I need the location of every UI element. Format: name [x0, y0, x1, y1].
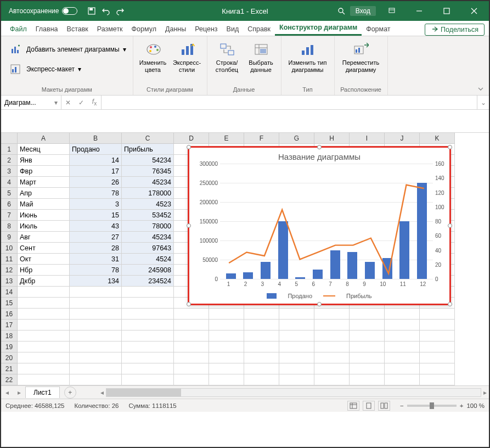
- cell[interactable]: [174, 309, 209, 320]
- cell[interactable]: 28: [70, 243, 122, 254]
- cell[interactable]: [314, 320, 350, 331]
- cell[interactable]: [70, 352, 122, 363]
- cell[interactable]: 45234: [122, 232, 174, 243]
- zoom-out-button[interactable]: −: [400, 402, 404, 409]
- cell[interactable]: [279, 352, 314, 363]
- cell[interactable]: 43: [70, 221, 122, 232]
- cell[interactable]: 245908: [122, 265, 174, 276]
- zoom-slider[interactable]: [407, 405, 457, 407]
- resize-handle[interactable]: [187, 302, 191, 306]
- horizontal-scrollbar[interactable]: ◂ ▸: [98, 388, 489, 397]
- maximize-icon[interactable]: [435, 1, 458, 21]
- zoom-level[interactable]: 100 %: [466, 402, 485, 409]
- cell[interactable]: 45234: [122, 177, 174, 188]
- formula-input[interactable]: [102, 96, 477, 109]
- col-header[interactable]: J: [385, 133, 420, 144]
- col-header[interactable]: H: [314, 133, 350, 144]
- row-header[interactable]: 7: [1, 210, 18, 221]
- col-header[interactable]: C: [122, 133, 174, 144]
- cell[interactable]: [350, 320, 385, 331]
- collapse-ribbon-icon[interactable]: [477, 85, 485, 93]
- cell[interactable]: [385, 374, 420, 385]
- minimize-icon[interactable]: [408, 1, 431, 21]
- name-box[interactable]: Диаграм... ▾: [1, 96, 61, 109]
- move-chart-button[interactable]: Переместить диаграмму: [339, 38, 383, 73]
- add-chart-element-button[interactable]: Добавить элемент диаграммы ▾: [5, 41, 128, 58]
- cell[interactable]: Сент: [18, 243, 70, 254]
- cell[interactable]: 76345: [122, 166, 174, 177]
- cell[interactable]: [18, 374, 70, 385]
- cell[interactable]: [279, 374, 314, 385]
- col-header[interactable]: G: [279, 133, 314, 144]
- cell[interactable]: 26: [70, 177, 122, 188]
- cell[interactable]: 14: [70, 155, 122, 166]
- resize-handle[interactable]: [317, 145, 322, 149]
- chart-plot-area[interactable]: 050000100000150000200000250000300000 020…: [220, 164, 433, 279]
- row-header[interactable]: 18: [1, 331, 18, 341]
- cell[interactable]: [314, 363, 350, 374]
- row-header[interactable]: 5: [1, 188, 18, 199]
- tab-insert[interactable]: Вставк: [63, 23, 93, 36]
- row-header[interactable]: 20: [1, 352, 18, 363]
- cell[interactable]: Дкбр: [18, 276, 70, 287]
- cell[interactable]: [18, 298, 70, 309]
- toggle-icon[interactable]: [62, 7, 77, 15]
- chart-legend[interactable]: Продано Прибыль: [189, 293, 449, 299]
- tab-home[interactable]: Главна: [31, 23, 63, 36]
- row-header[interactable]: 16: [1, 309, 18, 320]
- cell[interactable]: [314, 352, 350, 363]
- sheet-nav-next-icon[interactable]: ▸: [13, 389, 25, 396]
- col-header[interactable]: A: [18, 133, 70, 144]
- cell[interactable]: [314, 331, 350, 341]
- spreadsheet-grid[interactable]: A B C D E F G H I J K 1 Месяц Продано Пр…: [1, 133, 489, 385]
- cell[interactable]: [314, 374, 350, 385]
- row-header[interactable]: 2: [1, 155, 18, 166]
- tab-file[interactable]: Файл: [5, 23, 31, 36]
- tab-review[interactable]: Реценз: [190, 23, 222, 36]
- col-header[interactable]: D: [174, 133, 209, 144]
- search-icon[interactable]: [337, 7, 346, 15]
- tab-help[interactable]: Справк: [243, 23, 275, 36]
- cell[interactable]: [18, 352, 70, 363]
- cell[interactable]: [350, 374, 385, 385]
- cell[interactable]: Месяц: [18, 144, 70, 155]
- cell[interactable]: Нбр: [18, 265, 70, 276]
- row-header[interactable]: 3: [1, 166, 18, 177]
- tab-view[interactable]: Вид: [222, 23, 244, 36]
- col-header[interactable]: F: [244, 133, 279, 144]
- cell[interactable]: [244, 309, 279, 320]
- expand-formula-icon[interactable]: ⌄: [477, 96, 489, 109]
- cell[interactable]: [209, 309, 244, 320]
- fx-icon[interactable]: fx: [88, 98, 101, 107]
- cell[interactable]: [70, 298, 122, 309]
- col-header[interactable]: K: [420, 133, 455, 144]
- chart-styles-button[interactable]: Экспресс-стили: [172, 38, 202, 73]
- cell[interactable]: 97643: [122, 243, 174, 254]
- row-header[interactable]: 17: [1, 320, 18, 331]
- signin-button[interactable]: Вход: [350, 6, 376, 16]
- cell[interactable]: [70, 374, 122, 385]
- cell[interactable]: 27: [70, 232, 122, 243]
- cell[interactable]: [244, 352, 279, 363]
- resize-handle[interactable]: [448, 145, 452, 149]
- cell[interactable]: [209, 331, 244, 341]
- select-data-button[interactable]: Выбрать данные: [246, 38, 277, 73]
- cell[interactable]: [174, 374, 209, 385]
- cell[interactable]: [122, 341, 174, 352]
- sheet-tab[interactable]: Лист1: [25, 387, 60, 398]
- cell[interactable]: [174, 331, 209, 341]
- cell[interactable]: [385, 352, 420, 363]
- cell[interactable]: [244, 320, 279, 331]
- cell[interactable]: [314, 309, 350, 320]
- cell[interactable]: [244, 363, 279, 374]
- cell[interactable]: [70, 363, 122, 374]
- cell[interactable]: [385, 341, 420, 352]
- cell[interactable]: [70, 320, 122, 331]
- cell[interactable]: Авг: [18, 232, 70, 243]
- cell[interactable]: Июль: [18, 221, 70, 232]
- resize-handle[interactable]: [187, 145, 191, 149]
- cell[interactable]: 53452: [122, 210, 174, 221]
- cell[interactable]: [209, 341, 244, 352]
- cell[interactable]: [420, 352, 455, 363]
- cell[interactable]: Янв: [18, 155, 70, 166]
